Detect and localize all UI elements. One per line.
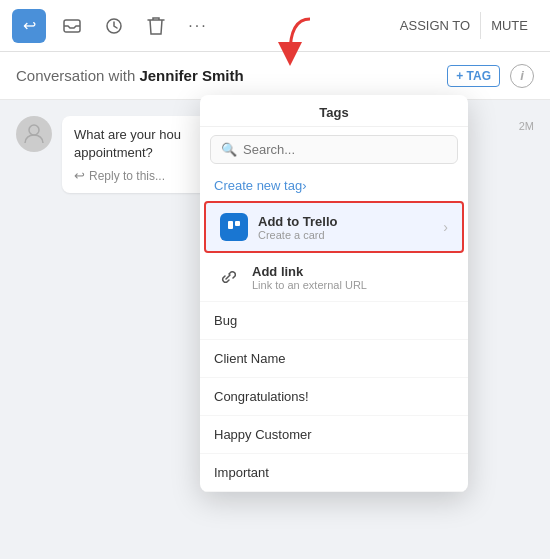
svg-rect-4	[235, 221, 240, 226]
toolbar-right: ASSIGN TO MUTE	[390, 12, 538, 39]
message-time: 2M	[519, 120, 534, 132]
trello-subtitle: Create a card	[258, 229, 337, 241]
link-icon	[214, 263, 242, 291]
add-link-text: Add link Link to an external URL	[252, 264, 367, 291]
tag-button[interactable]: + TAG	[447, 65, 500, 87]
add-link-item[interactable]: Add link Link to an external URL	[200, 253, 468, 302]
history-icon	[104, 16, 124, 36]
trello-text: Add to Trello Create a card	[258, 214, 337, 241]
tags-dropdown: Tags 🔍 Create new tag› Add to Trello Cre…	[200, 95, 468, 492]
tag-happy-customer[interactable]: Happy Customer	[200, 416, 468, 454]
assign-to-button[interactable]: ASSIGN TO	[390, 12, 481, 39]
back-button[interactable]: ↩	[12, 9, 46, 43]
create-new-tag[interactable]: Create new tag›	[200, 172, 468, 201]
avatar	[16, 116, 52, 152]
tag-bug[interactable]: Bug	[200, 302, 468, 340]
add-link-title: Add link	[252, 264, 367, 279]
add-link-subtitle: Link to an external URL	[252, 279, 367, 291]
toolbar: ↩ ··· ASSIGN TO MUTE	[0, 0, 550, 52]
ellipsis-icon: ···	[188, 17, 207, 35]
svg-point-2	[29, 125, 39, 135]
tag-client-name[interactable]: Client Name	[200, 340, 468, 378]
info-button[interactable]: i	[510, 64, 534, 88]
tag-important[interactable]: Important	[200, 454, 468, 492]
delete-icon-button[interactable]	[140, 10, 172, 42]
more-options-button[interactable]: ···	[182, 10, 214, 42]
inbox-icon-button[interactable]	[56, 10, 88, 42]
svg-rect-3	[228, 221, 233, 229]
trello-icon	[220, 213, 248, 241]
search-icon: 🔍	[221, 142, 237, 157]
info-icon: i	[520, 68, 524, 83]
inbox-icon	[62, 16, 82, 36]
conv-prefix: Conversation with	[16, 67, 135, 84]
tag-search-input[interactable]	[243, 142, 447, 157]
history-icon-button[interactable]	[98, 10, 130, 42]
tag-congratulations[interactable]: Congratulations!	[200, 378, 468, 416]
chevron-right-icon: ›	[443, 219, 448, 235]
conversation-title: Conversation with Jennifer Smith	[16, 67, 447, 84]
conversation-header: Conversation with Jennifer Smith + TAG i	[0, 52, 550, 100]
tag-search-box[interactable]: 🔍	[210, 135, 458, 164]
conv-name: Jennifer Smith	[139, 67, 243, 84]
trello-title: Add to Trello	[258, 214, 337, 229]
back-icon: ↩	[23, 16, 36, 35]
toolbar-left: ↩ ···	[12, 9, 380, 43]
trello-item[interactable]: Add to Trello Create a card ›	[204, 201, 464, 253]
trash-icon	[147, 16, 165, 36]
dropdown-title: Tags	[200, 95, 468, 127]
mute-button[interactable]: MUTE	[481, 12, 538, 39]
